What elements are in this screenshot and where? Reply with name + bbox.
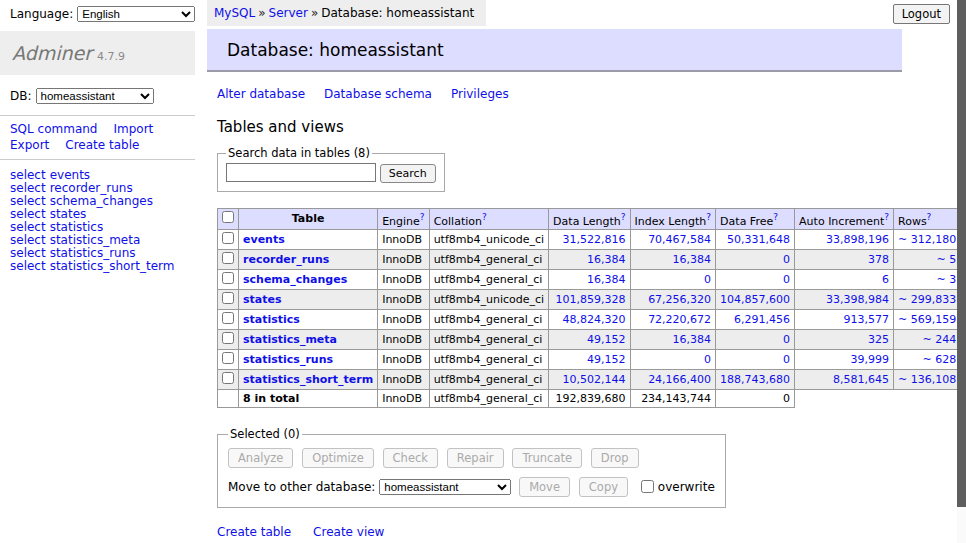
select-link[interactable]: select <box>10 207 46 221</box>
row-checkbox[interactable] <box>222 372 234 384</box>
breadcrumb-mysql-link[interactable]: MySQL <box>214 6 255 20</box>
data-free-link[interactable]: 6,291,456 <box>720 313 790 326</box>
overwrite-label[interactable]: overwrite <box>658 480 715 494</box>
data-free-link[interactable]: 188,743,680 <box>720 373 790 386</box>
help-link[interactable]: ? <box>927 212 932 222</box>
index-length-link[interactable]: 72,220,672 <box>635 313 712 326</box>
scrollbar-thumb[interactable] <box>957 0 966 507</box>
index-length-link[interactable]: 16,384 <box>635 253 712 266</box>
overwrite-checkbox[interactable] <box>641 480 654 493</box>
breadcrumb-server-link[interactable]: Server <box>269 6 308 20</box>
move-database-select[interactable]: homeassistant <box>379 479 511 495</box>
auto-increment-link[interactable]: 33,398,984 <box>799 293 889 306</box>
alter-database-link[interactable]: Alter database <box>217 87 305 101</box>
select-link[interactable]: select <box>10 181 46 195</box>
data-free-link[interactable]: 0 <box>720 333 790 346</box>
select-link[interactable]: select <box>10 220 46 234</box>
auto-increment-link[interactable]: 39,999 <box>799 353 889 366</box>
rows-count-link[interactable]: ~ 244 <box>898 333 956 346</box>
table-name-link[interactable]: statistics_short_term <box>243 373 373 386</box>
data-free-link[interactable]: 0 <box>720 273 790 286</box>
index-length-link[interactable]: 0 <box>635 273 712 286</box>
auto-increment-link[interactable]: 8,581,645 <box>799 373 889 386</box>
table-link[interactable]: events <box>50 168 90 182</box>
create-table-link[interactable]: Create table <box>217 525 291 539</box>
data-length-link[interactable]: 16,384 <box>553 273 625 286</box>
index-length-link[interactable]: 67,256,320 <box>635 293 712 306</box>
table-name-link[interactable]: recorder_runs <box>243 253 329 266</box>
table-name-link[interactable]: schema_changes <box>243 273 347 286</box>
table-name-link[interactable]: statistics_meta <box>243 333 337 346</box>
rows-count-link[interactable]: ~ 3 <box>898 273 956 286</box>
scrollbar-track[interactable] <box>957 0 966 543</box>
select-link[interactable]: select <box>10 259 46 273</box>
help-link[interactable]: ? <box>706 212 711 222</box>
rows-count-link[interactable]: ~ 569,159 <box>898 313 956 326</box>
data-length-link[interactable]: 49,152 <box>553 333 625 346</box>
database-schema-link[interactable]: Database schema <box>324 87 432 101</box>
auto-increment-link[interactable]: 378 <box>799 253 889 266</box>
rows-count-link[interactable]: ~ 299,833 <box>898 293 956 306</box>
rows-count-link[interactable]: ~ 136,108 <box>898 373 956 386</box>
sidebar-link-export[interactable]: Export <box>10 138 49 152</box>
auto-increment-link[interactable]: 6 <box>799 273 889 286</box>
table-link[interactable]: statistics <box>50 220 104 234</box>
data-length-link[interactable]: 48,824,320 <box>553 313 625 326</box>
help-link[interactable]: ? <box>420 212 425 222</box>
search-button[interactable]: Search <box>380 164 436 183</box>
row-checkbox[interactable] <box>222 252 234 264</box>
help-link[interactable]: ? <box>482 212 487 222</box>
data-length-link[interactable]: 10,502,144 <box>553 373 625 386</box>
language-select[interactable]: English <box>77 6 195 22</box>
row-checkbox[interactable] <box>222 352 234 364</box>
index-length-link[interactable]: 16,384 <box>635 333 712 346</box>
select-link[interactable]: select <box>10 168 46 182</box>
sidebar-link-import[interactable]: Import <box>113 122 153 136</box>
select-link[interactable]: select <box>10 233 46 247</box>
sidebar-link-create-table[interactable]: Create table <box>65 138 139 152</box>
help-link[interactable]: ? <box>884 212 889 222</box>
auto-increment-link[interactable]: 325 <box>799 333 889 346</box>
privileges-link[interactable]: Privileges <box>451 87 509 101</box>
create-view-link[interactable]: Create view <box>313 525 384 539</box>
help-link[interactable]: ? <box>773 212 778 222</box>
index-length-link[interactable]: 24,166,400 <box>635 373 712 386</box>
row-checkbox[interactable] <box>222 272 234 284</box>
select-link[interactable]: select <box>10 194 46 208</box>
data-length-link[interactable]: 101,859,328 <box>553 293 625 306</box>
data-length-link[interactable]: 49,152 <box>553 353 625 366</box>
db-select[interactable]: homeassistant <box>36 88 154 104</box>
rows-count-link[interactable]: ~ 5 <box>898 253 956 266</box>
table-name-link[interactable]: statistics <box>243 313 300 326</box>
table-name-link[interactable]: states <box>243 293 282 306</box>
auto-increment-link[interactable]: 913,577 <box>799 313 889 326</box>
rows-count-link[interactable]: ~ 628 <box>898 353 956 366</box>
table-link[interactable]: statistics_meta <box>50 233 141 247</box>
data-free-link[interactable]: 0 <box>720 353 790 366</box>
data-length-link[interactable]: 31,522,816 <box>553 233 625 246</box>
search-input[interactable] <box>226 163 376 182</box>
data-free-link[interactable]: 0 <box>720 253 790 266</box>
row-checkbox[interactable] <box>222 232 234 244</box>
row-checkbox[interactable] <box>222 312 234 324</box>
table-link[interactable]: states <box>50 207 87 221</box>
table-name-link[interactable]: events <box>243 233 285 246</box>
data-free-link[interactable]: 50,331,648 <box>720 233 790 246</box>
rows-count-link[interactable]: ~ 312,180 <box>898 233 956 246</box>
table-name-link[interactable]: statistics_runs <box>243 353 333 366</box>
table-link[interactable]: statistics_runs <box>50 246 136 260</box>
auto-increment-link[interactable]: 33,898,196 <box>799 233 889 246</box>
table-link[interactable]: recorder_runs <box>50 181 133 195</box>
row-checkbox[interactable] <box>222 292 234 304</box>
logout-button[interactable]: Logout <box>893 4 950 24</box>
sidebar-link-sql-command[interactable]: SQL command <box>10 122 97 136</box>
select-link[interactable]: select <box>10 246 46 260</box>
index-length-link[interactable]: 0 <box>635 353 712 366</box>
table-link[interactable]: statistics_short_term <box>50 259 175 273</box>
help-link[interactable]: ? <box>621 212 626 222</box>
select-all-checkbox[interactable] <box>222 211 234 223</box>
index-length-link[interactable]: 70,467,584 <box>635 233 712 246</box>
row-checkbox[interactable] <box>222 332 234 344</box>
data-length-link[interactable]: 16,384 <box>553 253 625 266</box>
data-free-link[interactable]: 104,857,600 <box>720 293 790 306</box>
